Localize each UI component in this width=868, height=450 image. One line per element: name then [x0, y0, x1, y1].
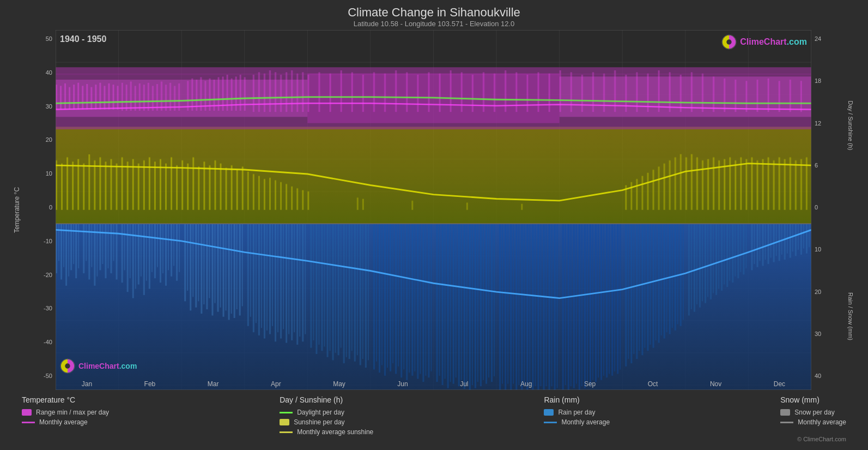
logo-icon-bottom [60, 358, 75, 374]
svg-rect-478 [790, 80, 791, 112]
svg-rect-326 [231, 165, 233, 210]
y-axis-right: 24 18 12 6 0 10 20 30 40 [811, 30, 844, 390]
svg-rect-226 [633, 224, 634, 354]
month-jan: Jan [82, 380, 92, 388]
svg-rect-469 [691, 72, 693, 112]
legend-swatch-temp-range [22, 409, 32, 416]
year-label: 1940 - 1950 [60, 34, 106, 44]
svg-rect-429 [280, 75, 282, 112]
svg-rect-50 [130, 224, 131, 278]
svg-rect-234 [655, 224, 657, 340]
svg-rect-262 [735, 224, 736, 277]
svg-rect-298 [77, 159, 79, 210]
svg-rect-248 [696, 224, 697, 304]
svg-rect-205 [573, 224, 575, 388]
svg-rect-163 [453, 224, 454, 384]
svg-rect-164 [456, 224, 457, 377]
svg-rect-58 [151, 224, 153, 272]
svg-rect-189 [526, 224, 528, 390]
legend-line-snow-avg [780, 422, 793, 423]
svg-rect-345 [521, 204, 523, 210]
legend-item-snow-avg: Monthly average [780, 418, 846, 426]
svg-rect-287 [806, 224, 808, 254]
svg-rect-136 [376, 224, 377, 362]
svg-rect-126 [346, 224, 347, 357]
svg-rect-208 [581, 224, 582, 386]
svg-rect-160 [445, 224, 446, 379]
svg-rect-431 [291, 70, 293, 112]
svg-rect-302 [99, 157, 101, 210]
svg-rect-285 [800, 224, 802, 255]
svg-rect-122 [335, 224, 336, 353]
legend-group-snow: Snow (mm) Snow per day Monthly average [780, 395, 846, 436]
svg-rect-383 [69, 87, 70, 110]
svg-rect-28 [65, 224, 67, 286]
svg-rect-63 [165, 224, 167, 286]
svg-rect-246 [691, 224, 692, 309]
svg-rect-143 [395, 224, 397, 374]
svg-rect-173 [480, 224, 482, 386]
svg-rect-101 [275, 224, 276, 341]
svg-rect-307 [127, 161, 129, 210]
svg-rect-251 [705, 224, 706, 303]
svg-rect-53 [138, 224, 139, 285]
svg-rect-146 [403, 224, 404, 369]
svg-rect-384 [73, 85, 75, 110]
svg-rect-52 [135, 224, 136, 289]
svg-rect-201 [562, 224, 564, 390]
svg-rect-372 [768, 157, 769, 210]
svg-rect-381 [60, 86, 62, 109]
svg-rect-445 [428, 72, 429, 112]
svg-rect-191 [532, 224, 533, 390]
svg-rect-204 [570, 224, 572, 386]
svg-rect-422 [240, 75, 241, 111]
svg-rect-394 [117, 86, 119, 109]
svg-rect-455 [537, 72, 539, 112]
svg-rect-145 [400, 224, 402, 377]
svg-rect-432 [296, 74, 298, 112]
svg-rect-359 [696, 157, 698, 210]
svg-rect-457 [560, 70, 561, 112]
svg-rect-270 [760, 224, 761, 261]
svg-rect-193 [537, 224, 539, 390]
svg-rect-386 [82, 86, 83, 109]
svg-rect-75 [201, 224, 202, 314]
svg-rect-378 [800, 159, 802, 210]
svg-rect-361 [707, 159, 709, 210]
svg-rect-96 [261, 224, 262, 328]
svg-rect-319 [192, 157, 194, 210]
svg-rect-426 [264, 74, 265, 112]
svg-rect-400 [139, 83, 141, 111]
svg-rect-320 [198, 166, 199, 210]
legend-title-sunshine: Day / Sunshine (h) [280, 395, 373, 404]
svg-rect-230 [644, 224, 645, 348]
svg-rect-31 [73, 224, 74, 264]
svg-rect-393 [113, 85, 114, 110]
svg-rect-333 [269, 178, 271, 210]
svg-rect-108 [294, 224, 295, 332]
copyright: © ClimeChart.com [11, 436, 857, 445]
svg-rect-78 [209, 224, 210, 298]
legend-swatch-snow [780, 409, 790, 416]
svg-rect-131 [360, 224, 361, 365]
svg-rect-91 [247, 224, 249, 326]
svg-rect-261 [732, 224, 733, 283]
svg-rect-272 [765, 224, 766, 260]
svg-rect-147 [406, 224, 408, 380]
svg-rect-467 [669, 72, 671, 112]
svg-rect-172 [477, 224, 478, 382]
svg-rect-265 [743, 224, 744, 274]
svg-rect-220 [614, 224, 615, 371]
svg-rect-194 [540, 224, 541, 386]
svg-rect-399 [135, 86, 136, 111]
chart-inner: 1940 - 1950 ClimeChart.com [56, 30, 811, 390]
svg-rect-203 [568, 224, 569, 390]
svg-rect-250 [702, 224, 703, 301]
svg-rect-153 [422, 224, 424, 382]
svg-rect-454 [526, 75, 528, 112]
chart-header: Climate Change in Sihanoukville Latitude… [11, 5, 857, 28]
svg-rect-437 [341, 70, 342, 112]
svg-rect-110 [299, 224, 300, 337]
svg-rect-264 [740, 224, 741, 272]
legend-item-rain-avg: Monthly average [544, 418, 610, 426]
